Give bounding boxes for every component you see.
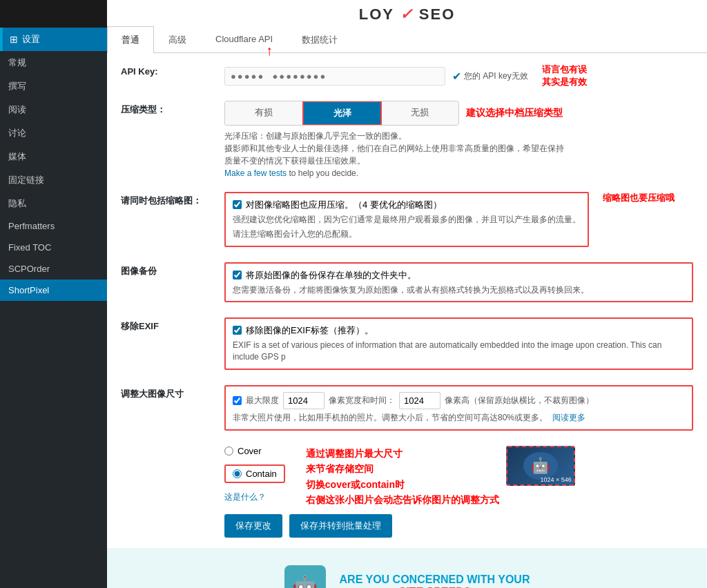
api-note: 语言包有误 其实是有效	[542, 63, 587, 88]
logo-area: LOY ✓ SEO	[107, 0, 707, 26]
content-area: LOY ✓ SEO 普通 高级 Cloudflare API 数据统计 API …	[107, 0, 707, 548]
exif-checkbox-label: 移除图像的EXIF标签（推荐）。	[246, 324, 374, 337]
resize-width-unit: 像素宽度和时间：	[329, 395, 395, 406]
backup-checkbox-label: 将原始图像的备份保存在单独的文件夹中。	[246, 269, 416, 282]
whats-this-link[interactable]: 这是什么？	[224, 491, 285, 503]
logo-slash: ✓	[400, 6, 414, 23]
contain-note-area: 通过调整图片最大尺寸 来节省存储空间 切换cover或contain时 右侧这张…	[299, 446, 575, 508]
sidebar-item-write[interactable]: 撰写	[0, 75, 107, 98]
save-bulk-button[interactable]: 保存并转到批量处理	[289, 514, 392, 538]
compression-row: 压缩类型： 有损 光泽 无损 建议选择中档压缩类型 光泽压缩：创建与原始图像几乎…	[121, 101, 693, 179]
make-tests-link[interactable]: Make a few tests	[224, 168, 287, 178]
sidebar-item-media[interactable]: 媒体	[0, 145, 107, 168]
sidebar-item-privacy[interactable]: 隐私	[0, 192, 107, 215]
sidebar-item-shortpixel[interactable]: ShortPixel	[0, 280, 107, 301]
exif-content: 移除图像的EXIF标签（推荐）。 EXIF is a set of variou…	[224, 317, 693, 373]
resize-height-input[interactable]	[399, 392, 440, 409]
sidebar-items-list: ⊞ 设置 常规 撰写 阅读 讨论 媒体 固定链接 隐私 Perfmatters …	[0, 28, 107, 588]
compression-highlight: 建议选择中档压缩类型	[466, 107, 563, 119]
resize-read-more-link[interactable]: 阅读更多	[552, 413, 585, 422]
btn-row: 保存更改 保存并转到批量处理	[224, 514, 693, 538]
arrow-up-icon: ↑	[266, 43, 273, 59]
exif-label: 移除EXIF	[121, 317, 224, 333]
api-key-input[interactable]	[224, 67, 445, 86]
sidebar-top	[0, 0, 107, 28]
comp-desc-line2: 摄影师和其他专业人士的最佳选择，他们在自己的网站上使用非常高质量的图像，希望在保…	[224, 144, 564, 166]
resize-row: 调整大图像尺寸 最大限度 像素宽度和时间： 像素高（保留原始纵横比，不裁剪图像）	[121, 385, 693, 433]
preview-image: 🤖 1024 × 546	[506, 446, 575, 486]
tab-cloudflare[interactable]: Cloudflare API	[201, 26, 287, 53]
tab-advanced[interactable]: 高级	[154, 26, 201, 53]
comp-desc-line1: 光泽压缩：创建与原始图像几乎完全一致的图像。	[224, 131, 407, 141]
sidebar-item-read[interactable]: 阅读	[0, 98, 107, 121]
comp-tab-lossless[interactable]: 无损	[381, 101, 458, 125]
thumbnail-desc1: 强烈建议您优化缩略图，因为它们通常是最终用户观看最多的图像，并且可以产生最多的流…	[233, 214, 581, 226]
cover-label: Cover	[238, 446, 262, 456]
backup-checkbox[interactable]	[233, 271, 242, 280]
resize-desc: 非常大照片使用，比如用手机拍的照片。调整大小后，节省的空间可高达80%或更多。 …	[233, 412, 685, 424]
logo-lo: LOY	[359, 6, 394, 23]
resize-width-input[interactable]	[283, 392, 325, 409]
comp-tab-glossy[interactable]: 光泽	[302, 101, 382, 126]
thumbnail-desc2: 请注意缩略图会计入您的总配额。	[233, 228, 581, 240]
thumbnail-checkbox-row: 对图像缩略图也应用压缩。（4 要优化的缩略图）	[233, 199, 581, 211]
thumbnail-row: 请同时包括缩略图： 对图像缩略图也应用压缩。（4 要优化的缩略图） 强烈建议您优…	[121, 192, 693, 250]
contain-radio[interactable]	[233, 469, 242, 478]
preview-robot-face: 🤖	[523, 452, 558, 480]
api-key-status: ✔ 您的 API key无效	[452, 70, 528, 83]
sidebar-item-fixed-toc[interactable]: Fixed TOC	[0, 237, 107, 258]
thumbnail-content: 对图像缩略图也应用压缩。（4 要优化的缩略图） 强烈建议您优化缩略图，因为它们通…	[224, 192, 693, 250]
resize-height-unit: 像素高（保留原始纵横比，不裁剪图像）	[445, 395, 594, 406]
resize-checkbox[interactable]	[233, 396, 242, 405]
resize-checkbox-section: 最大限度 像素宽度和时间： 像素高（保留原始纵横比，不裁剪图像） 非常大照片使用…	[224, 385, 693, 431]
resize-label: 调整大图像尺寸	[121, 385, 224, 400]
api-valid-text: 您的 API key无效	[464, 70, 528, 82]
resize-max-label: 最大限度	[246, 395, 279, 406]
settings-icon: ⊞	[10, 34, 18, 45]
api-key-content: ↑ ✔ 您的 API key无效 语言包有误 其实是有效	[224, 63, 693, 88]
preview-size-label: 1024 × 546	[541, 476, 572, 483]
cover-radio[interactable]	[224, 447, 233, 455]
backup-checkbox-row: 将原始图像的备份保存在单独的文件夹中。	[233, 269, 685, 282]
contain-radio-row: Contain	[224, 464, 285, 483]
sidebar: ⊞ 设置 常规 撰写 阅读 讨论 媒体 固定链接 隐私 Perfmatters …	[0, 0, 107, 588]
main-content: LOY ✓ SEO 普通 高级 Cloudflare API 数据统计 API …	[107, 0, 707, 588]
compression-content: 有损 光泽 无损 建议选择中档压缩类型 光泽压缩：创建与原始图像几乎完全一致的图…	[224, 101, 693, 179]
sidebar-item-perfmatters[interactable]: Perfmatters	[0, 215, 107, 237]
api-key-row: API Key: ↑ ✔ 您的 API key无效 语言包有误 其实是有效	[121, 63, 693, 88]
tab-stats[interactable]: 数据统计	[287, 26, 352, 53]
thumbnail-checkbox[interactable]	[233, 200, 242, 209]
backup-desc: 您需要激活备份，才能将图像恢复为原始图像，或者从有损格式转换为无损格式以及再转换…	[233, 284, 685, 296]
thumbnail-label: 请同时包括缩略图：	[121, 192, 224, 207]
save-button[interactable]: 保存更改	[224, 514, 282, 538]
thumbnail-checkbox-label: 对图像缩略图也应用压缩。（4 要优化的缩略图）	[246, 199, 442, 211]
logo-seo: SEO	[419, 6, 455, 23]
tab-normal[interactable]: 普通	[107, 26, 154, 53]
sidebar-item-general[interactable]: 常规	[0, 51, 107, 75]
sidebar-item-discussion[interactable]: 讨论	[0, 121, 107, 145]
contain-radio-active-border: Contain	[224, 464, 285, 483]
exif-row: 移除EXIF 移除图像的EXIF标签（推荐）。 EXIF is a set of…	[121, 317, 693, 373]
radio-col: Cover Contain 这是什么？	[224, 446, 285, 503]
bottom-banner: 🤖 ARE YOU CONCERNED WITH YOUR SITE SPEED…	[107, 548, 707, 588]
tabs-bar: 普通 高级 Cloudflare API 数据统计	[107, 26, 707, 53]
sidebar-section-settings[interactable]: ⊞ 设置	[0, 28, 107, 51]
comp-tab-lossy[interactable]: 有损	[225, 101, 303, 125]
contain-label: Contain	[246, 469, 277, 479]
sidebar-item-permalink[interactable]: 固定链接	[0, 168, 107, 192]
compression-tabs-wrapper: 有损 光泽 无损 建议选择中档压缩类型	[224, 101, 693, 126]
make-tests-suffix: to help you decide.	[289, 168, 358, 178]
api-key-label: API Key:	[121, 63, 224, 77]
contain-note-line2: 来节省存储空间	[306, 461, 499, 476]
compression-tabs: 有损 光泽 无损	[224, 101, 459, 126]
exif-desc: EXIF is a set of various pieces of infor…	[233, 340, 685, 363]
cover-radio-row: Cover	[224, 446, 285, 456]
exif-checkbox[interactable]	[233, 326, 242, 335]
sidebar-item-scporder[interactable]: SCPOrder	[0, 258, 107, 280]
compression-desc: 光泽压缩：创建与原始图像几乎完全一致的图像。 摄影师和其他专业人士的最佳选择，他…	[224, 130, 570, 179]
thumbnail-checkbox-section: 对图像缩略图也应用压缩。（4 要优化的缩略图） 强烈建议您优化缩略图，因为它们通…	[224, 192, 589, 247]
checkmark-icon: ✔	[452, 70, 461, 83]
resize-controls-row: 最大限度 像素宽度和时间： 像素高（保留原始纵横比，不裁剪图像）	[233, 392, 685, 409]
backup-content: 将原始图像的备份保存在单独的文件夹中。 您需要激活备份，才能将图像恢复为原始图像…	[224, 262, 693, 306]
cover-contain-area: Cover Contain 这是什么？ 通过调整图片最大尺寸 来节省存储空间	[224, 446, 693, 508]
